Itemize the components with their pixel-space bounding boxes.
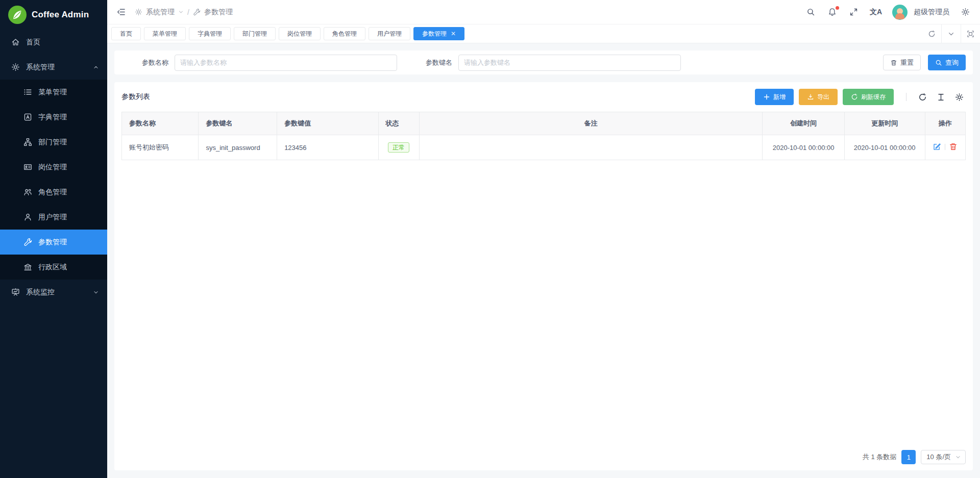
reset-button[interactable]: 重置: [883, 55, 921, 70]
tab-dept-mgmt[interactable]: 部门管理: [234, 27, 276, 40]
tab-role-mgmt[interactable]: 角色管理: [324, 27, 365, 40]
settings-button[interactable]: [960, 7, 971, 18]
chevron-down-icon: [947, 30, 955, 38]
fullscreen-button[interactable]: [848, 7, 860, 18]
col-param-key: 参数键名: [199, 112, 277, 135]
breadcrumb-level1[interactable]: 系统管理: [146, 8, 175, 17]
chevron-down-icon: [955, 454, 961, 460]
translate-button[interactable]: 文A: [870, 8, 882, 17]
add-button[interactable]: 新增: [755, 89, 794, 105]
query-button[interactable]: 查询: [928, 55, 966, 70]
tab-home[interactable]: 首页: [111, 27, 141, 40]
sidebar-item-system-monitor[interactable]: 系统监控: [0, 280, 107, 305]
sidebar-submenu: 菜单管理 字典管理 部门管理 岗位管理 角色管理: [0, 80, 107, 280]
page-size-select[interactable]: 10 条/页: [921, 450, 966, 464]
column-settings-button[interactable]: [952, 90, 966, 104]
delete-row-button[interactable]: [949, 142, 958, 151]
wrench-icon: [193, 8, 201, 16]
notifications-button[interactable]: [827, 7, 838, 18]
tab-tools: [922, 24, 980, 43]
refresh-tab-button[interactable]: [922, 24, 941, 43]
leaf-logo-icon: [8, 6, 27, 24]
sidebar: Coffee Admin 首页 系统管理 菜单管理 字典管理: [0, 0, 107, 478]
gear-icon: [961, 8, 970, 16]
close-icon[interactable]: ✕: [451, 31, 456, 37]
tab-user-mgmt[interactable]: 用户管理: [369, 27, 410, 40]
sidebar-item-system-mgmt[interactable]: 系统管理: [0, 55, 107, 80]
id-card-icon: [23, 163, 32, 171]
monitor-icon: [11, 288, 20, 296]
tab-dict-mgmt[interactable]: 字典管理: [189, 27, 231, 40]
sidebar-item-label: 角色管理: [38, 188, 67, 197]
sidebar-item-label: 部门管理: [38, 138, 67, 147]
search-button[interactable]: [805, 7, 817, 18]
refresh-table-button[interactable]: [916, 90, 929, 104]
navbar-right: 文A 超级管理员: [805, 5, 971, 20]
reset-label: 重置: [900, 58, 914, 67]
param-list-card: 参数列表 新增 导出 刷新缓存: [114, 82, 973, 470]
gear-icon: [135, 8, 142, 16]
trash-icon: [890, 59, 897, 66]
app-title: Coffee Admin: [32, 10, 89, 20]
sidebar-item-param-mgmt[interactable]: 参数管理: [0, 230, 107, 255]
card-header: 参数列表 新增 导出 刷新缓存: [121, 89, 966, 105]
expand-icon: [849, 8, 858, 16]
sidebar-item-dict-mgmt[interactable]: 字典管理: [0, 105, 107, 130]
chevron-up-icon: [93, 64, 99, 70]
status-badge: 正常: [388, 142, 409, 153]
sidebar-item-label: 字典管理: [38, 113, 67, 122]
param-key-input[interactable]: [458, 55, 681, 71]
maximize-content-button[interactable]: [961, 24, 980, 43]
sidebar-item-post-mgmt[interactable]: 岗位管理: [0, 155, 107, 180]
roles-icon: [23, 188, 32, 196]
org-chart-icon: [23, 138, 32, 146]
edit-row-button[interactable]: [933, 142, 941, 151]
table-header-row: 参数名称 参数键名 参数键值 状态 备注 创建时间 更新时间 操作: [122, 112, 966, 135]
tab-post-mgmt[interactable]: 岗位管理: [279, 27, 321, 40]
col-status: 状态: [378, 112, 419, 135]
search-icon: [806, 8, 815, 16]
avatar[interactable]: [892, 5, 908, 20]
sidebar-item-role-mgmt[interactable]: 角色管理: [0, 180, 107, 205]
collapse-sidebar-button[interactable]: [115, 7, 127, 18]
cell-param-name: 账号初始密码: [122, 135, 199, 160]
edit-icon: [933, 142, 941, 151]
sidebar-item-menu-mgmt[interactable]: 菜单管理: [0, 80, 107, 105]
chevron-down-icon: [93, 289, 99, 295]
chevron-down-icon: [178, 9, 184, 15]
param-name-input[interactable]: [175, 55, 397, 71]
page-number-button[interactable]: 1: [901, 450, 916, 464]
main-area: 系统管理 / 参数管理 文A 超级管理员: [107, 0, 980, 478]
cell-actions: [925, 135, 965, 160]
export-button[interactable]: 导出: [799, 89, 838, 105]
sidebar-item-home[interactable]: 首页: [0, 30, 107, 55]
tab-param-mgmt[interactable]: 参数管理 ✕: [413, 27, 464, 40]
sidebar-item-admin-region[interactable]: 行政区域: [0, 255, 107, 280]
wrench-icon: [23, 238, 32, 246]
sidebar-item-user-mgmt[interactable]: 用户管理: [0, 205, 107, 230]
gear-icon: [955, 93, 964, 102]
content: 参数名称 参数键名 重置 查询: [107, 43, 980, 478]
param-table: 参数名称 参数键名 参数键值 状态 备注 创建时间 更新时间 操作 账号初始密码: [121, 112, 966, 160]
sidebar-item-label: 用户管理: [38, 213, 67, 222]
param-key-field-group: 参数键名: [426, 55, 681, 71]
refresh-icon: [918, 93, 927, 102]
search-actions: 重置 查询: [883, 55, 966, 70]
user-name[interactable]: 超级管理员: [914, 8, 949, 17]
sidebar-item-dept-mgmt[interactable]: 部门管理: [0, 130, 107, 155]
app-root: Coffee Admin 首页 系统管理 菜单管理 字典管理: [0, 0, 980, 478]
export-label: 导出: [817, 93, 829, 102]
refresh-cache-button[interactable]: 刷新缓存: [843, 89, 894, 105]
dictionary-icon: [23, 113, 32, 121]
tab-menu-mgmt[interactable]: 菜单管理: [144, 27, 186, 40]
row-density-button[interactable]: [934, 90, 947, 104]
tabs: 首页 菜单管理 字典管理 部门管理 岗位管理 角色管理 用户管理 参数管理 ✕: [111, 27, 922, 40]
breadcrumb: 系统管理 / 参数管理: [135, 8, 233, 17]
sidebar-item-label: 首页: [26, 38, 40, 47]
col-created: 创建时间: [763, 112, 844, 135]
logo[interactable]: Coffee Admin: [0, 0, 107, 30]
tab-label: 参数管理: [422, 30, 447, 38]
tab-options-button[interactable]: [941, 24, 961, 43]
text-height-icon: [937, 93, 945, 102]
param-name-label: 参数名称: [142, 58, 168, 67]
